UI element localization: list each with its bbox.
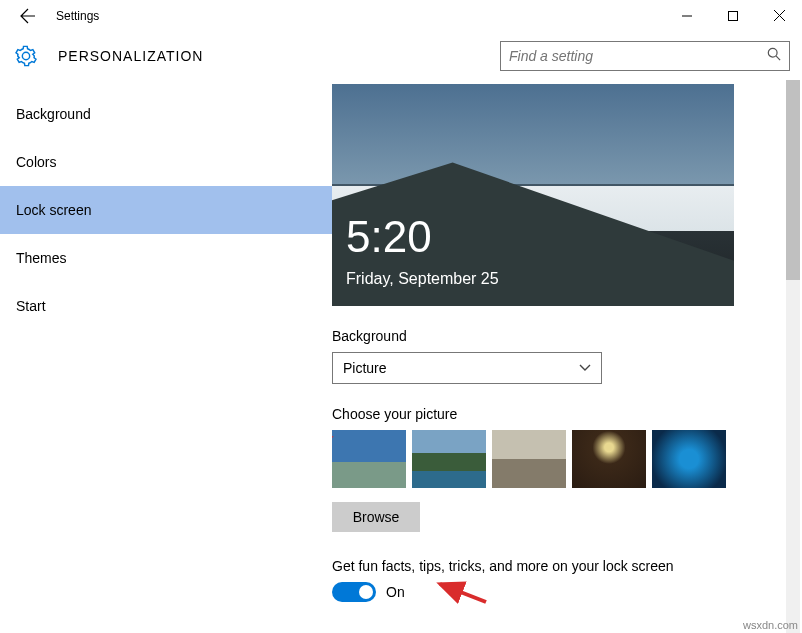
svg-line-5 [776,56,780,60]
picture-thumb-4[interactable] [572,430,646,488]
picture-thumbnails [332,430,772,488]
svg-rect-1 [729,11,738,20]
background-dropdown[interactable]: Picture [332,352,602,384]
titlebar: Settings [0,0,802,32]
minimize-icon [682,11,692,21]
body: Background Colors Lock screen Themes Sta… [0,80,802,633]
search-wrap [500,41,790,71]
header: PERSONALIZATION [0,32,802,80]
search-input[interactable] [509,48,767,64]
background-label: Background [332,328,772,344]
sidebar-item-label: Colors [16,154,56,170]
annotation-arrow-dropdown [332,428,340,464]
back-button[interactable] [8,0,48,32]
annotation-arrow-browse [432,578,492,608]
close-button[interactable] [756,0,802,32]
choose-picture-label: Choose your picture [332,406,772,422]
gear-icon [12,42,40,70]
picture-thumb-1[interactable] [332,430,406,488]
sidebar-item-label: Lock screen [16,202,91,218]
minimize-button[interactable] [664,0,710,32]
svg-point-4 [768,48,777,57]
search-icon [767,47,781,65]
svg-line-7 [440,584,486,602]
sidebar-item-colors[interactable]: Colors [0,138,332,186]
fun-facts-toggle[interactable] [332,582,376,602]
toggle-knob [359,585,373,599]
toggle-row: On [332,582,772,602]
sidebar-item-background[interactable]: Background [0,90,332,138]
page-title: PERSONALIZATION [58,48,203,64]
toggle-state: On [386,584,405,600]
chevron-down-icon [579,363,591,374]
sidebar-item-label: Themes [16,250,67,266]
browse-button[interactable]: Browse [332,502,420,532]
search-box[interactable] [500,41,790,71]
window-title: Settings [56,9,99,23]
preview-sky [332,84,734,184]
preview-date: Friday, September 25 [346,270,499,288]
lock-screen-preview: 5:20 Friday, September 25 [332,84,734,306]
window-controls [664,0,802,32]
picture-thumb-3[interactable] [492,430,566,488]
watermark: wsxdn.com [743,619,798,631]
content: 5:20 Friday, September 25 Background Pic… [332,80,802,633]
maximize-button[interactable] [710,0,756,32]
fun-facts-label: Get fun facts, tips, tricks, and more on… [332,558,772,574]
close-icon [774,10,785,21]
sidebar-item-label: Start [16,298,46,314]
sidebar-item-themes[interactable]: Themes [0,234,332,282]
picture-thumb-2[interactable] [412,430,486,488]
scrollbar-thumb[interactable] [786,80,800,280]
maximize-icon [728,11,738,21]
sidebar-item-start[interactable]: Start [0,282,332,330]
dropdown-selected: Picture [343,360,579,376]
sidebar-item-label: Background [16,106,91,122]
preview-time: 5:20 [346,212,432,262]
back-arrow-icon [20,8,36,24]
picture-thumb-5[interactable] [652,430,726,488]
sidebar-item-lock-screen[interactable]: Lock screen [0,186,332,234]
sidebar: Background Colors Lock screen Themes Sta… [0,80,332,633]
